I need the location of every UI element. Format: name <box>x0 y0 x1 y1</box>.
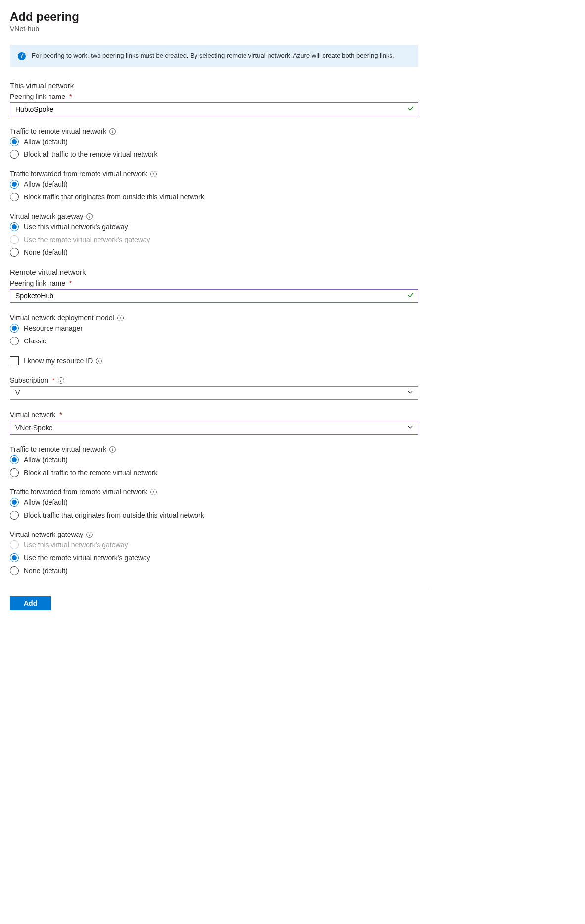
traffic-to-remote-block[interactable]: Block all traffic to the remote virtual … <box>10 150 418 159</box>
radio-icon <box>10 511 19 520</box>
deployment-model-label: Virtual network deployment model i <box>10 314 418 322</box>
radio-icon <box>10 193 19 201</box>
help-icon[interactable]: i <box>109 446 116 453</box>
info-banner-text: For peering to work, two peering links m… <box>32 51 394 60</box>
help-icon[interactable]: i <box>86 532 93 538</box>
help-icon[interactable]: i <box>150 171 157 177</box>
traffic-forwarded-label: Traffic forwarded from remote virtual ne… <box>10 170 418 178</box>
remote-gateway-label: Virtual network gateway i <box>10 531 418 538</box>
peering-link-name-label: Peering link name* <box>10 93 418 100</box>
gateway-use-remote: Use the remote virtual network's gateway <box>10 235 418 244</box>
radio-icon <box>10 235 19 244</box>
gateway-label: Virtual network gateway i <box>10 212 418 220</box>
deployment-model-rm[interactable]: Resource manager <box>10 324 418 333</box>
checkbox-icon <box>10 356 19 365</box>
help-icon[interactable]: i <box>86 213 93 220</box>
info-icon: i <box>18 52 26 60</box>
help-icon[interactable]: i <box>58 377 64 384</box>
radio-icon <box>10 324 19 333</box>
traffic-forwarded-allow[interactable]: Allow (default) <box>10 180 418 189</box>
remote-peering-link-name-label: Peering link name* <box>10 279 418 287</box>
help-icon[interactable]: i <box>150 489 157 495</box>
radio-icon <box>10 468 19 477</box>
page-subtitle: VNet-hub <box>10 25 418 33</box>
radio-icon <box>10 566 19 575</box>
remote-peering-link-name-input[interactable] <box>10 289 418 303</box>
radio-icon <box>10 222 19 231</box>
info-banner: i For peering to work, two peering links… <box>10 45 418 67</box>
remote-traffic-to-remote-label: Traffic to remote virtual network i <box>10 445 418 453</box>
help-icon[interactable]: i <box>117 315 124 321</box>
virtual-network-label: Virtual network* <box>10 411 418 419</box>
remote-traffic-forwarded-label: Traffic forwarded from remote virtual ne… <box>10 488 418 496</box>
deployment-model-classic[interactable]: Classic <box>10 337 418 345</box>
virtual-network-select[interactable]: VNet-Spoke <box>10 421 418 435</box>
remote-traffic-forwarded-block[interactable]: Block traffic that originates from outsi… <box>10 511 418 520</box>
checkmark-icon <box>407 292 414 300</box>
radio-icon <box>10 337 19 345</box>
remote-traffic-forwarded-allow[interactable]: Allow (default) <box>10 498 418 507</box>
subscription-select[interactable]: V <box>10 386 418 400</box>
radio-icon <box>10 498 19 507</box>
radio-icon <box>10 553 19 562</box>
radio-icon <box>10 137 19 146</box>
radio-icon <box>10 455 19 464</box>
radio-icon <box>10 248 19 257</box>
remote-vnet-heading: Remote virtual network <box>10 268 418 276</box>
gateway-use-this[interactable]: Use this virtual network's gateway <box>10 222 418 231</box>
radio-icon <box>10 150 19 159</box>
subscription-label: Subscription* i <box>10 376 418 384</box>
help-icon[interactable]: i <box>109 128 116 135</box>
remote-gateway-use-this: Use this virtual network's gateway <box>10 540 418 549</box>
peering-link-name-input[interactable] <box>10 102 418 116</box>
traffic-forwarded-block[interactable]: Block traffic that originates from outsi… <box>10 193 418 201</box>
checkmark-icon <box>407 105 414 114</box>
remote-traffic-to-remote-allow[interactable]: Allow (default) <box>10 455 418 464</box>
radio-icon <box>10 180 19 189</box>
gateway-none[interactable]: None (default) <box>10 248 418 257</box>
remote-gateway-use-remote[interactable]: Use the remote virtual network's gateway <box>10 553 418 562</box>
traffic-to-remote-allow[interactable]: Allow (default) <box>10 137 418 146</box>
this-vnet-heading: This virtual network <box>10 81 418 90</box>
traffic-to-remote-label: Traffic to remote virtual network i <box>10 127 418 135</box>
remote-traffic-to-remote-block[interactable]: Block all traffic to the remote virtual … <box>10 468 418 477</box>
radio-icon <box>10 540 19 549</box>
page-title: Add peering <box>10 10 418 24</box>
add-button[interactable]: Add <box>10 596 51 610</box>
help-icon[interactable]: i <box>96 358 102 364</box>
remote-gateway-none[interactable]: None (default) <box>10 566 418 575</box>
know-resource-id-checkbox[interactable]: I know my resource ID i <box>10 356 418 365</box>
